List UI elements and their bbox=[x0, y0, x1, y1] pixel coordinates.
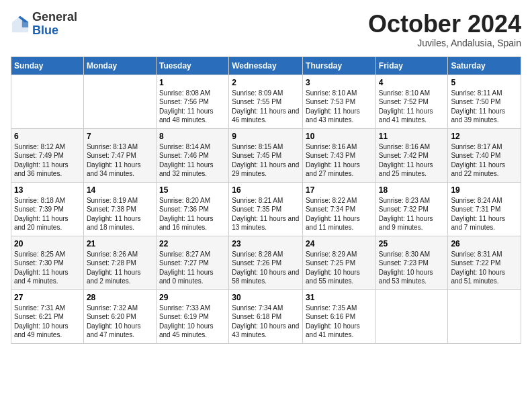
calendar-cell: 16Sunrise: 8:21 AM Sunset: 7:35 PM Dayli… bbox=[229, 182, 303, 236]
calendar-cell: 6Sunrise: 8:12 AM Sunset: 7:49 PM Daylig… bbox=[11, 128, 84, 182]
calendar-table: SundayMondayTuesdayWednesdayThursdayFrid… bbox=[11, 56, 521, 344]
day-number: 2 bbox=[232, 78, 300, 87]
day-detail: Sunrise: 8:09 AM Sunset: 7:55 PM Dayligh… bbox=[232, 89, 300, 125]
day-detail: Sunrise: 8:12 AM Sunset: 7:49 PM Dayligh… bbox=[14, 142, 81, 179]
day-number: 26 bbox=[451, 239, 518, 248]
day-number: 20 bbox=[14, 239, 81, 248]
calendar-cell: 13Sunrise: 8:18 AM Sunset: 7:39 PM Dayli… bbox=[11, 182, 84, 236]
day-number: 22 bbox=[159, 239, 226, 248]
calendar-cell: 31Sunrise: 7:35 AM Sunset: 6:16 PM Dayli… bbox=[303, 289, 376, 343]
month-title: October 2024 bbox=[368, 11, 521, 38]
col-header-friday: Friday bbox=[375, 56, 448, 75]
day-number: 13 bbox=[14, 185, 81, 195]
day-number: 5 bbox=[451, 78, 518, 87]
calendar-cell: 5Sunrise: 8:11 AM Sunset: 7:50 PM Daylig… bbox=[448, 75, 521, 128]
calendar-week-row: 20Sunrise: 8:25 AM Sunset: 7:30 PM Dayli… bbox=[11, 236, 521, 289]
calendar-cell: 12Sunrise: 8:17 AM Sunset: 7:40 PM Dayli… bbox=[448, 128, 521, 182]
calendar-cell: 15Sunrise: 8:20 AM Sunset: 7:36 PM Dayli… bbox=[156, 182, 228, 236]
day-detail: Sunrise: 8:17 AM Sunset: 7:40 PM Dayligh… bbox=[451, 142, 518, 179]
day-number: 21 bbox=[87, 239, 153, 248]
calendar-header-row: SundayMondayTuesdayWednesdayThursdayFrid… bbox=[11, 56, 521, 75]
calendar-cell: 20Sunrise: 8:25 AM Sunset: 7:30 PM Dayli… bbox=[11, 236, 84, 289]
calendar-week-row: 6Sunrise: 8:12 AM Sunset: 7:49 PM Daylig… bbox=[11, 128, 521, 182]
calendar-cell: 10Sunrise: 8:16 AM Sunset: 7:43 PM Dayli… bbox=[303, 128, 376, 182]
day-detail: Sunrise: 8:24 AM Sunset: 7:31 PM Dayligh… bbox=[451, 196, 518, 232]
day-number: 7 bbox=[87, 132, 153, 141]
calendar-cell: 3Sunrise: 8:10 AM Sunset: 7:53 PM Daylig… bbox=[303, 75, 376, 128]
day-detail: Sunrise: 8:26 AM Sunset: 7:28 PM Dayligh… bbox=[87, 250, 153, 286]
day-detail: Sunrise: 8:16 AM Sunset: 7:42 PM Dayligh… bbox=[379, 142, 445, 179]
logo-icon bbox=[11, 15, 30, 34]
logo-blue-text: Blue bbox=[32, 24, 77, 38]
col-header-thursday: Thursday bbox=[303, 56, 376, 75]
day-detail: Sunrise: 7:34 AM Sunset: 6:18 PM Dayligh… bbox=[232, 304, 300, 340]
calendar-cell: 4Sunrise: 8:10 AM Sunset: 7:52 PM Daylig… bbox=[375, 75, 448, 128]
col-header-saturday: Saturday bbox=[448, 56, 521, 75]
day-number: 6 bbox=[14, 132, 81, 141]
calendar-cell bbox=[375, 289, 448, 343]
calendar-cell: 22Sunrise: 8:27 AM Sunset: 7:27 PM Dayli… bbox=[156, 236, 228, 289]
calendar-cell bbox=[83, 75, 156, 128]
day-number: 30 bbox=[232, 293, 300, 302]
day-number: 11 bbox=[379, 132, 445, 141]
day-detail: Sunrise: 8:10 AM Sunset: 7:53 PM Dayligh… bbox=[306, 89, 373, 125]
day-number: 16 bbox=[232, 185, 300, 195]
day-number: 31 bbox=[306, 293, 373, 302]
day-detail: Sunrise: 8:25 AM Sunset: 7:30 PM Dayligh… bbox=[14, 250, 81, 286]
location-subtitle: Juviles, Andalusia, Spain bbox=[368, 38, 521, 48]
day-number: 8 bbox=[159, 132, 226, 141]
calendar-cell: 21Sunrise: 8:26 AM Sunset: 7:28 PM Dayli… bbox=[83, 236, 156, 289]
day-detail: Sunrise: 8:30 AM Sunset: 7:23 PM Dayligh… bbox=[379, 250, 445, 286]
calendar-cell: 27Sunrise: 7:31 AM Sunset: 6:21 PM Dayli… bbox=[11, 289, 84, 343]
day-detail: Sunrise: 8:15 AM Sunset: 7:45 PM Dayligh… bbox=[232, 142, 300, 179]
day-number: 12 bbox=[451, 132, 518, 141]
day-number: 29 bbox=[159, 293, 226, 302]
day-detail: Sunrise: 8:13 AM Sunset: 7:47 PM Dayligh… bbox=[87, 142, 153, 179]
day-number: 10 bbox=[306, 132, 373, 141]
day-detail: Sunrise: 8:08 AM Sunset: 7:56 PM Dayligh… bbox=[159, 89, 226, 125]
day-detail: Sunrise: 7:32 AM Sunset: 6:20 PM Dayligh… bbox=[87, 304, 153, 340]
day-detail: Sunrise: 8:27 AM Sunset: 7:27 PM Dayligh… bbox=[159, 250, 226, 286]
day-detail: Sunrise: 7:33 AM Sunset: 6:19 PM Dayligh… bbox=[159, 304, 226, 340]
calendar-cell: 2Sunrise: 8:09 AM Sunset: 7:55 PM Daylig… bbox=[229, 75, 303, 128]
day-detail: Sunrise: 8:14 AM Sunset: 7:46 PM Dayligh… bbox=[159, 142, 226, 179]
day-detail: Sunrise: 8:10 AM Sunset: 7:52 PM Dayligh… bbox=[379, 89, 445, 125]
day-detail: Sunrise: 8:20 AM Sunset: 7:36 PM Dayligh… bbox=[159, 196, 226, 232]
day-detail: Sunrise: 8:29 AM Sunset: 7:25 PM Dayligh… bbox=[306, 250, 373, 286]
day-number: 14 bbox=[87, 185, 153, 195]
day-number: 4 bbox=[379, 78, 445, 87]
calendar-cell: 1Sunrise: 8:08 AM Sunset: 7:56 PM Daylig… bbox=[156, 75, 228, 128]
calendar-cell: 7Sunrise: 8:13 AM Sunset: 7:47 PM Daylig… bbox=[83, 128, 156, 182]
col-header-wednesday: Wednesday bbox=[229, 56, 303, 75]
calendar-cell: 29Sunrise: 7:33 AM Sunset: 6:19 PM Dayli… bbox=[156, 289, 228, 343]
day-number: 24 bbox=[306, 239, 373, 248]
day-number: 1 bbox=[159, 78, 226, 87]
day-detail: Sunrise: 8:22 AM Sunset: 7:34 PM Dayligh… bbox=[306, 196, 373, 232]
day-number: 15 bbox=[159, 185, 226, 195]
col-header-monday: Monday bbox=[83, 56, 156, 75]
calendar-cell: 17Sunrise: 8:22 AM Sunset: 7:34 PM Dayli… bbox=[303, 182, 376, 236]
day-detail: Sunrise: 7:31 AM Sunset: 6:21 PM Dayligh… bbox=[14, 304, 81, 340]
calendar-cell bbox=[448, 289, 521, 343]
calendar-cell: 19Sunrise: 8:24 AM Sunset: 7:31 PM Dayli… bbox=[448, 182, 521, 236]
day-detail: Sunrise: 7:35 AM Sunset: 6:16 PM Dayligh… bbox=[306, 304, 373, 340]
calendar-cell: 23Sunrise: 8:28 AM Sunset: 7:26 PM Dayli… bbox=[229, 236, 303, 289]
day-number: 18 bbox=[379, 185, 445, 195]
calendar-cell: 24Sunrise: 8:29 AM Sunset: 7:25 PM Dayli… bbox=[303, 236, 376, 289]
logo-general-text: General bbox=[32, 11, 77, 24]
calendar-cell: 30Sunrise: 7:34 AM Sunset: 6:18 PM Dayli… bbox=[229, 289, 303, 343]
day-detail: Sunrise: 8:21 AM Sunset: 7:35 PM Dayligh… bbox=[232, 196, 300, 232]
day-detail: Sunrise: 8:11 AM Sunset: 7:50 PM Dayligh… bbox=[451, 89, 518, 125]
page-header: General Blue October 2024 Juviles, Andal… bbox=[11, 11, 521, 48]
day-detail: Sunrise: 8:19 AM Sunset: 7:38 PM Dayligh… bbox=[87, 196, 153, 232]
day-detail: Sunrise: 8:28 AM Sunset: 7:26 PM Dayligh… bbox=[232, 250, 300, 286]
calendar-week-row: 1Sunrise: 8:08 AM Sunset: 7:56 PM Daylig… bbox=[11, 75, 521, 128]
calendar-cell: 28Sunrise: 7:32 AM Sunset: 6:20 PM Dayli… bbox=[83, 289, 156, 343]
title-block: October 2024 Juviles, Andalusia, Spain bbox=[368, 11, 521, 48]
col-header-sunday: Sunday bbox=[11, 56, 84, 75]
calendar-cell: 14Sunrise: 8:19 AM Sunset: 7:38 PM Dayli… bbox=[83, 182, 156, 236]
calendar-cell: 18Sunrise: 8:23 AM Sunset: 7:32 PM Dayli… bbox=[375, 182, 448, 236]
calendar-cell bbox=[11, 75, 84, 128]
calendar-week-row: 27Sunrise: 7:31 AM Sunset: 6:21 PM Dayli… bbox=[11, 289, 521, 343]
col-header-tuesday: Tuesday bbox=[156, 56, 228, 75]
